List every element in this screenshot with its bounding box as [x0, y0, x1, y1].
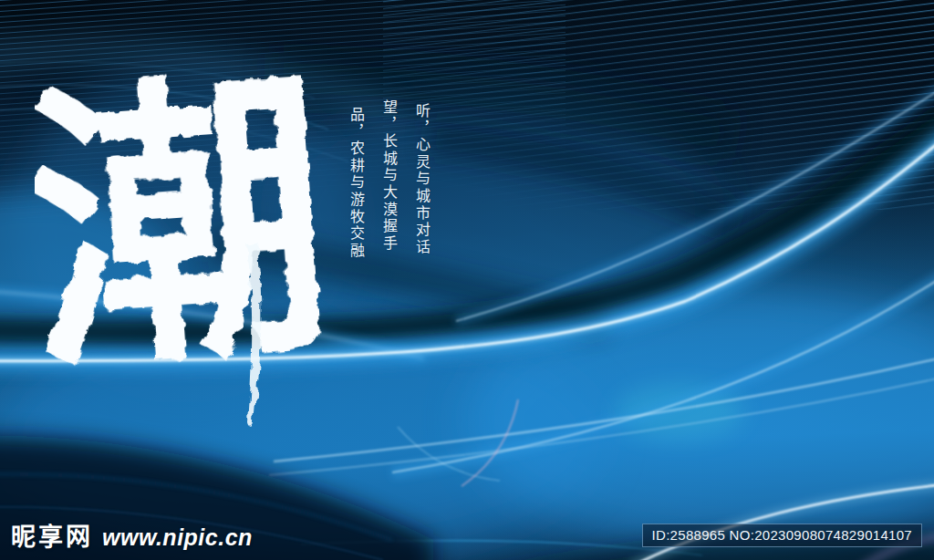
calligraphy-artwork: 潮 — [35, 16, 336, 445]
verse-line-listen: 听，心灵与城市对话 — [410, 99, 432, 282]
poster-canvas: 潮 听，心灵与城市对话 望，长城与大漠握手 品，农耕与游牧交融 昵享网 www.… — [0, 0, 934, 560]
watermark-site-name: 昵享网 — [11, 517, 93, 553]
image-id-badge: ID:2588965 NO:20230908074829014107 — [642, 524, 922, 547]
watermark: 昵享网 www.nipic.cn — [11, 517, 253, 553]
main-calligraphy-character: 潮 — [35, 38, 336, 412]
verse-line-gaze: 望，长城与大漠握手 — [378, 99, 400, 282]
watermark-site-url: www.nipic.cn — [102, 524, 253, 551]
verse-line-taste: 品，农耕与游牧交融 — [345, 99, 367, 282]
verse-text-block: 听，心灵与城市对话 望，长城与大漠握手 品，农耕与游牧交融 — [334, 99, 432, 282]
